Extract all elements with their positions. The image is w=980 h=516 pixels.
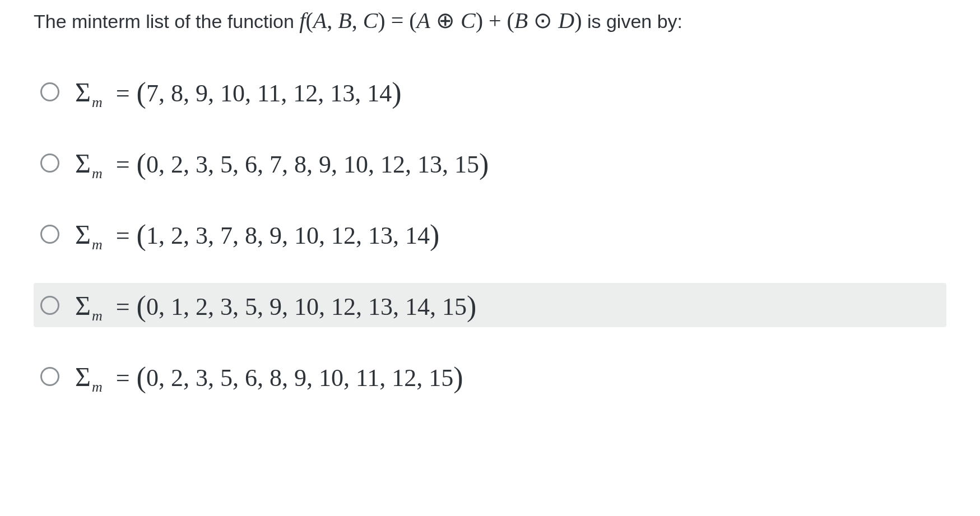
question-page: The minterm list of the function f(A, B,… bbox=[0, 0, 980, 415]
open-paren: ( bbox=[137, 361, 146, 394]
sigma-symbol: Σ bbox=[75, 290, 91, 321]
stem-prefix: The minterm list of the function bbox=[34, 11, 299, 32]
sigma-subscript: m bbox=[92, 379, 103, 396]
close-paren: ) bbox=[430, 219, 439, 252]
answer-math: Σm = (7, 8, 9, 10, 11, 12, 13, 14) bbox=[75, 75, 402, 108]
radio-icon[interactable] bbox=[40, 154, 59, 173]
minterm-list: 1, 2, 3, 7, 8, 9, 10, 12, 13, 14 bbox=[146, 221, 430, 250]
equals-sign: = bbox=[116, 150, 130, 179]
open-paren: ( bbox=[137, 219, 146, 252]
radio-icon[interactable] bbox=[40, 296, 59, 315]
sigma-subscript: m bbox=[92, 165, 103, 182]
minterm-list: 0, 2, 3, 5, 6, 7, 8, 9, 10, 12, 13, 15 bbox=[146, 150, 479, 179]
answer-option[interactable]: Σm = (0, 2, 3, 5, 6, 8, 9, 10, 11, 12, 1… bbox=[34, 354, 946, 398]
answer-option[interactable]: Σm = (0, 2, 3, 5, 6, 7, 8, 9, 10, 12, 13… bbox=[34, 141, 946, 185]
sigma-subscript: m bbox=[92, 236, 103, 253]
close-paren: ) bbox=[467, 290, 476, 323]
stem-suffix: is given by: bbox=[582, 11, 683, 32]
stem-math: f(A, B, C) = (A ⊕ C) + (B ⊙ D) bbox=[299, 8, 582, 33]
equals-sign: = bbox=[116, 221, 130, 250]
answer-option[interactable]: Σm = (7, 8, 9, 10, 11, 12, 13, 14) bbox=[34, 69, 946, 114]
open-paren: ( bbox=[137, 147, 146, 180]
sigma-symbol: Σ bbox=[75, 148, 91, 179]
minterm-list: 0, 2, 3, 5, 6, 8, 9, 10, 11, 12, 15 bbox=[146, 364, 453, 392]
minterm-list: 7, 8, 9, 10, 11, 12, 13, 14 bbox=[146, 79, 392, 108]
question-stem: The minterm list of the function f(A, B,… bbox=[34, 6, 930, 36]
answer-list: Σm = (7, 8, 9, 10, 11, 12, 13, 14) Σm = … bbox=[34, 69, 946, 398]
sigma-symbol: Σ bbox=[75, 361, 91, 392]
close-paren: ) bbox=[479, 147, 489, 180]
answer-math: Σm = (1, 2, 3, 7, 8, 9, 10, 12, 13, 14) bbox=[75, 217, 439, 250]
close-paren: ) bbox=[392, 76, 401, 109]
sigma-symbol: Σ bbox=[75, 219, 91, 250]
answer-math: Σm = (0, 1, 2, 3, 5, 9, 10, 12, 13, 14, … bbox=[75, 289, 476, 322]
sigma-subscript: m bbox=[92, 94, 103, 111]
sigma-subscript: m bbox=[92, 308, 103, 324]
answer-math: Σm = (0, 2, 3, 5, 6, 7, 8, 9, 10, 12, 13… bbox=[75, 146, 489, 179]
answer-option[interactable]: Σm = (1, 2, 3, 7, 8, 9, 10, 12, 13, 14) bbox=[34, 212, 946, 256]
radio-icon[interactable] bbox=[40, 367, 59, 386]
radio-icon[interactable] bbox=[40, 82, 59, 101]
equals-sign: = bbox=[116, 79, 130, 108]
sigma-symbol: Σ bbox=[75, 77, 91, 108]
equals-sign: = bbox=[116, 364, 130, 392]
radio-icon[interactable] bbox=[40, 225, 59, 244]
answer-math: Σm = (0, 2, 3, 5, 6, 8, 9, 10, 11, 12, 1… bbox=[75, 360, 463, 393]
close-paren: ) bbox=[453, 361, 463, 394]
equals-sign: = bbox=[116, 292, 130, 321]
open-paren: ( bbox=[137, 290, 146, 323]
minterm-list: 0, 1, 2, 3, 5, 9, 10, 12, 13, 14, 15 bbox=[146, 292, 467, 321]
answer-option[interactable]: Σm = (0, 1, 2, 3, 5, 9, 10, 12, 13, 14, … bbox=[34, 283, 946, 327]
open-paren: ( bbox=[137, 76, 146, 109]
